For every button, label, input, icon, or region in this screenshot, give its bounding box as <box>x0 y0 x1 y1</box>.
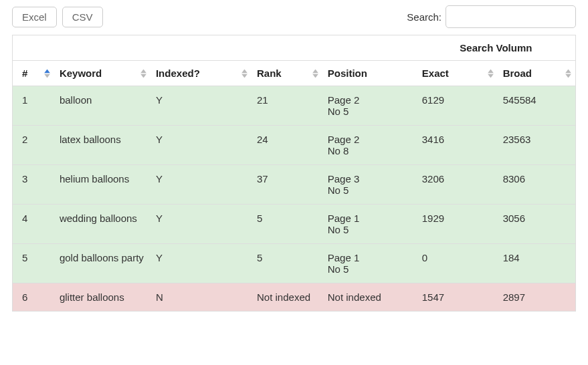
search-input[interactable] <box>446 5 576 28</box>
col-header-broad[interactable]: Broad <box>498 61 576 86</box>
col-header-rank-label: Rank <box>257 68 282 79</box>
cell-broad: 2897 <box>498 283 576 312</box>
svg-marker-6 <box>312 69 318 73</box>
svg-marker-0 <box>44 69 50 73</box>
position-line-1: Not indexed <box>328 291 411 303</box>
table-row: 6glitter balloonsNNot indexedNot indexed… <box>13 283 576 312</box>
cell-broad: 545584 <box>498 86 576 126</box>
cell-broad: 8306 <box>498 165 576 205</box>
svg-marker-11 <box>565 74 571 78</box>
col-header-keyword-label: Keyword <box>60 68 102 79</box>
col-header-keyword[interactable]: Keyword <box>54 61 151 86</box>
excel-button[interactable]: Excel <box>12 7 57 27</box>
table-row: 2latex balloonsY24Page 2No 8341623563 <box>13 126 576 165</box>
cell-indexed: Y <box>151 126 252 165</box>
table-row: 4wedding balloonsY5Page 1No 519293056 <box>13 205 576 244</box>
cell-indexed: Y <box>151 244 252 283</box>
cell-broad: 184 <box>498 244 576 283</box>
position-line-2: No 8 <box>328 145 411 156</box>
cell-exact: 1929 <box>417 205 498 244</box>
sort-icon <box>140 69 146 78</box>
cell-num: 4 <box>13 205 54 244</box>
table-row: 1balloonY21Page 2No 56129545584 <box>13 86 576 126</box>
col-header-indexed[interactable]: Indexed? <box>151 61 252 86</box>
cell-exact: 3206 <box>417 165 498 205</box>
position-line-2: No 5 <box>328 224 411 235</box>
svg-marker-1 <box>44 74 50 78</box>
group-header-empty <box>13 35 417 61</box>
table-row: 5gold balloons partyY5Page 1No 50184 <box>13 244 576 283</box>
col-header-position-label: Position <box>328 68 367 79</box>
cell-position: Page 2No 8 <box>322 126 417 165</box>
group-header-search-volume: Search Volumn <box>417 35 576 61</box>
cell-keyword: wedding balloons <box>54 205 151 244</box>
cell-position: Page 2No 5 <box>322 86 417 126</box>
col-header-position[interactable]: Position <box>322 61 417 86</box>
cell-keyword: gold balloons party <box>54 244 151 283</box>
toolbar: Excel CSV Search: <box>12 5 576 28</box>
svg-marker-2 <box>140 69 146 73</box>
cell-indexed: Y <box>151 86 252 126</box>
position-line-1: Page 2 <box>328 94 411 106</box>
cell-indexed: N <box>151 283 252 312</box>
svg-marker-8 <box>488 69 494 73</box>
svg-marker-7 <box>312 74 318 78</box>
cell-keyword: helium balloons <box>54 165 151 205</box>
svg-marker-5 <box>241 74 248 78</box>
table-row: 3helium balloonsY37Page 3No 532068306 <box>13 165 576 205</box>
position-line-2: No 5 <box>328 263 411 275</box>
cell-indexed: Y <box>151 165 252 205</box>
sort-icon <box>565 69 571 78</box>
cell-num: 3 <box>13 165 54 205</box>
cell-keyword: balloon <box>54 86 151 126</box>
cell-exact: 6129 <box>417 86 498 126</box>
cell-position: Not indexed <box>322 283 417 312</box>
cell-exact: 1547 <box>417 283 498 312</box>
cell-position: Page 1No 5 <box>322 205 417 244</box>
sort-icon <box>44 69 50 78</box>
position-line-1: Page 3 <box>328 173 411 185</box>
cell-broad: 3056 <box>498 205 576 244</box>
position-line-2: No 5 <box>328 185 411 196</box>
position-line-2: No 5 <box>328 106 411 117</box>
cell-rank: 37 <box>252 165 322 205</box>
cell-rank: 21 <box>252 86 322 126</box>
cell-num: 1 <box>13 86 54 126</box>
cell-exact: 0 <box>417 244 498 283</box>
svg-marker-3 <box>140 74 146 78</box>
cell-broad: 23563 <box>498 126 576 165</box>
cell-exact: 3416 <box>417 126 498 165</box>
cell-position: Page 1No 5 <box>322 244 417 283</box>
svg-marker-4 <box>241 69 248 73</box>
cell-rank: 24 <box>252 126 322 165</box>
cell-num: 2 <box>13 126 54 165</box>
data-table: Search Volumn # Keyword Indexed? <box>12 35 576 312</box>
sort-icon <box>241 69 248 78</box>
col-header-indexed-label: Indexed? <box>156 68 200 79</box>
cell-indexed: Y <box>151 205 252 244</box>
position-line-1: Page 2 <box>328 134 411 145</box>
svg-marker-10 <box>565 69 571 73</box>
position-line-1: Page 1 <box>328 213 411 224</box>
col-header-exact[interactable]: Exact <box>417 61 498 86</box>
cell-keyword: glitter balloons <box>54 283 151 312</box>
cell-position: Page 3No 5 <box>322 165 417 205</box>
col-header-exact-label: Exact <box>422 68 449 79</box>
cell-rank: 5 <box>252 205 322 244</box>
col-header-broad-label: Broad <box>503 68 532 79</box>
search-label: Search: <box>407 11 442 23</box>
cell-num: 6 <box>13 283 54 312</box>
cell-rank: Not indexed <box>252 283 322 312</box>
sort-icon <box>312 69 318 78</box>
svg-marker-9 <box>488 74 494 78</box>
col-header-num-label: # <box>22 68 27 79</box>
cell-keyword: latex balloons <box>54 126 151 165</box>
col-header-num[interactable]: # <box>13 61 54 86</box>
cell-rank: 5 <box>252 244 322 283</box>
cell-num: 5 <box>13 244 54 283</box>
col-header-rank[interactable]: Rank <box>252 61 322 86</box>
sort-icon <box>488 69 494 78</box>
csv-button[interactable]: CSV <box>62 7 103 27</box>
position-line-1: Page 1 <box>328 252 411 263</box>
